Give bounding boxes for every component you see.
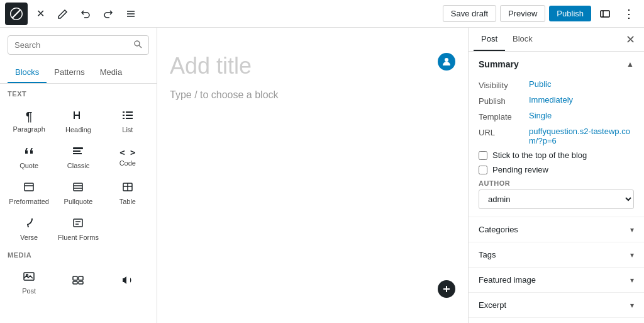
fluent-forms-icon bbox=[72, 217, 84, 231]
publish-row-label: Publish bbox=[479, 95, 529, 106]
preformatted-label: Preformatted bbox=[9, 198, 49, 205]
visibility-value[interactable]: Public bbox=[529, 79, 551, 89]
save-draft-button[interactable]: Save draft bbox=[443, 5, 496, 22]
block-item-fluent-forms[interactable]: Fluent Forms bbox=[54, 210, 102, 245]
media-blocks-grid: Post bbox=[0, 261, 157, 301]
publish-row: Publish Immediately bbox=[479, 95, 634, 106]
svg-rect-11 bbox=[123, 118, 125, 119]
gallery-icon bbox=[72, 274, 84, 288]
redo-button[interactable] bbox=[98, 4, 118, 24]
text-blocks-grid: ¶ Paragraph Heading List bbox=[0, 100, 157, 247]
sidebar-tab-media[interactable]: Media bbox=[92, 62, 130, 83]
block-item-quote[interactable]: Quote bbox=[5, 139, 53, 173]
publish-button[interactable]: Publish bbox=[549, 6, 591, 21]
template-value[interactable]: Single bbox=[529, 111, 552, 120]
quote-label: Quote bbox=[19, 162, 38, 169]
svg-point-33 bbox=[445, 58, 448, 62]
template-label: Template bbox=[479, 111, 529, 122]
svg-rect-13 bbox=[73, 147, 83, 149]
excerpt-header[interactable]: Excerpt ▾ bbox=[469, 293, 644, 317]
categories-header[interactable]: Categories ▾ bbox=[469, 217, 644, 242]
block-item-heading[interactable]: Heading bbox=[54, 103, 102, 137]
more-options-button[interactable]: ⋮ bbox=[619, 4, 639, 24]
featured-image-title: Featured image bbox=[479, 275, 536, 285]
wp-logo-button[interactable] bbox=[5, 3, 28, 25]
editor-inner: Add title Type / to choose a block bbox=[170, 53, 455, 101]
url-value[interactable]: puffyquestion.s2-tastewp.com/?p=6 bbox=[529, 127, 634, 145]
block-item-gallery[interactable] bbox=[54, 264, 102, 298]
block-item-paragraph[interactable]: ¶ Paragraph bbox=[5, 103, 53, 137]
svg-rect-29 bbox=[73, 276, 77, 280]
svg-rect-9 bbox=[123, 115, 125, 116]
svg-rect-16 bbox=[25, 183, 33, 191]
verse-icon bbox=[23, 217, 35, 231]
svg-rect-24 bbox=[74, 219, 82, 227]
publish-row-value[interactable]: Immediately bbox=[529, 95, 573, 105]
search-input[interactable] bbox=[14, 40, 130, 50]
svg-rect-10 bbox=[126, 115, 133, 116]
add-block-button[interactable] bbox=[438, 280, 455, 298]
image-icon bbox=[23, 270, 35, 285]
toolbar-right: Save draft Preview Publish ⋮ bbox=[443, 4, 639, 24]
sidebar-tab-blocks[interactable]: Blocks bbox=[8, 62, 47, 83]
categories-section: Categories ▾ bbox=[469, 217, 644, 242]
editor-area: Add title Type / to choose a block bbox=[157, 28, 468, 323]
audio-icon bbox=[121, 274, 134, 288]
toolbar: ✕ Save draft Preview Publish ⋮ bbox=[0, 0, 644, 28]
right-panel-header: Post Block ✕ bbox=[469, 28, 644, 52]
stick-to-top-label: Stick to the top of the blog bbox=[492, 150, 587, 160]
block-item-image[interactable]: Post bbox=[5, 264, 53, 298]
block-item-verse[interactable]: Verse bbox=[5, 210, 53, 245]
svg-point-5 bbox=[135, 41, 140, 46]
url-label: URL bbox=[479, 127, 529, 137]
excerpt-title: Excerpt bbox=[479, 300, 506, 310]
preview-button[interactable]: Preview bbox=[500, 5, 545, 22]
settings-button[interactable] bbox=[595, 4, 615, 24]
undo-button[interactable] bbox=[75, 4, 96, 24]
excerpt-chevron-down-icon: ▾ bbox=[630, 301, 634, 310]
pending-review-checkbox[interactable] bbox=[479, 166, 487, 174]
featured-image-section: Featured image ▾ bbox=[469, 268, 644, 293]
block-item-audio[interactable] bbox=[104, 264, 152, 298]
tags-title: Tags bbox=[479, 250, 496, 259]
close-panel-button[interactable]: ✕ bbox=[621, 31, 639, 48]
close-button[interactable]: ✕ bbox=[30, 4, 50, 24]
editor-content-placeholder[interactable]: Type / to choose a block bbox=[170, 89, 455, 101]
svg-rect-14 bbox=[73, 150, 80, 152]
block-item-code[interactable]: < > Code bbox=[104, 139, 152, 173]
classic-icon bbox=[72, 145, 84, 159]
preformatted-icon bbox=[23, 181, 35, 195]
excerpt-section: Excerpt ▾ bbox=[469, 293, 644, 318]
classic-label: Classic bbox=[67, 162, 89, 169]
table-icon bbox=[121, 181, 134, 195]
summary-header[interactable]: Summary ▲ bbox=[469, 52, 644, 77]
text-section-label: TEXT bbox=[0, 84, 157, 100]
pullquote-label: Pullquote bbox=[64, 198, 93, 205]
list-view-button[interactable] bbox=[121, 4, 141, 24]
right-tab-block[interactable]: Block bbox=[505, 28, 540, 51]
verse-label: Verse bbox=[20, 234, 38, 241]
author-select[interactable]: admin bbox=[479, 190, 634, 209]
pending-review-label: Pending review bbox=[492, 165, 548, 174]
edit-icon-button[interactable] bbox=[53, 4, 73, 24]
block-item-list[interactable]: List bbox=[104, 103, 152, 137]
featured-image-chevron-down-icon: ▾ bbox=[630, 276, 634, 285]
fluent-forms-label: Fluent Forms bbox=[58, 234, 99, 241]
editor-title[interactable]: Add title bbox=[170, 53, 455, 79]
sidebar-tab-patterns[interactable]: Patterns bbox=[47, 62, 92, 83]
svg-rect-12 bbox=[126, 118, 133, 119]
block-item-preformatted[interactable]: Preformatted bbox=[5, 174, 53, 209]
summary-section: Summary ▲ Visibility Public Publish Imme… bbox=[469, 52, 644, 217]
featured-image-header[interactable]: Featured image ▾ bbox=[469, 268, 644, 292]
right-tab-post[interactable]: Post bbox=[474, 28, 505, 51]
block-item-table[interactable]: Table bbox=[104, 174, 152, 209]
sidebar-tabs: Blocks Patterns Media bbox=[0, 62, 157, 84]
list-icon bbox=[121, 109, 134, 123]
stick-to-top-checkbox[interactable] bbox=[479, 151, 487, 160]
block-item-classic[interactable]: Classic bbox=[54, 139, 102, 173]
image-label: Post bbox=[22, 287, 36, 295]
paragraph-icon: ¶ bbox=[26, 110, 33, 123]
tags-header[interactable]: Tags ▾ bbox=[469, 242, 644, 267]
right-panel: Post Block ✕ Summary ▲ Visibility Public… bbox=[468, 28, 644, 323]
block-item-pullquote[interactable]: Pullquote bbox=[54, 174, 102, 209]
